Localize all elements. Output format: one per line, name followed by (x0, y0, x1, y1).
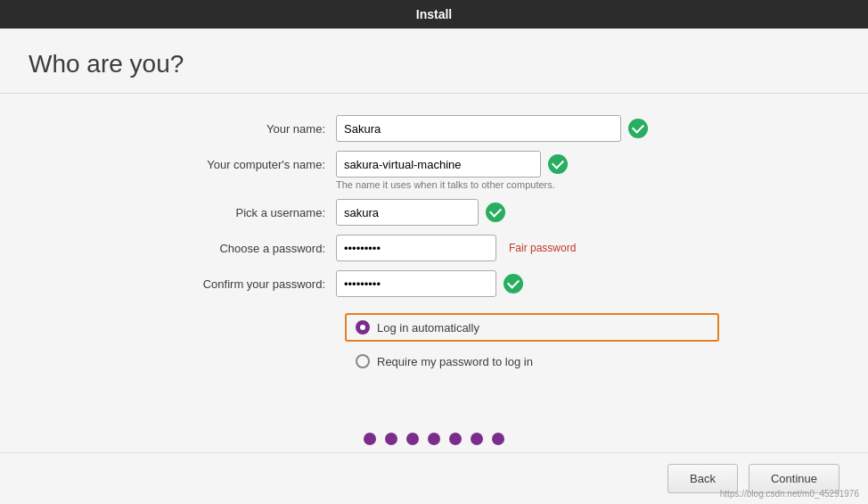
your-name-row: Your name: (140, 115, 728, 142)
your-name-input[interactable] (336, 115, 621, 142)
form-area: Your name: Your computer's name: The nam… (0, 94, 868, 418)
password-strength: Fair password (509, 242, 576, 254)
confirm-password-row: Confirm your password: (140, 270, 728, 297)
confirm-password-input[interactable] (336, 270, 496, 297)
watermark: https://blog.csdn.net/m0_45291976 (720, 489, 859, 499)
computer-name-top: Your computer's name: (140, 151, 728, 178)
confirm-password-input-wrap (336, 270, 523, 297)
password-row: Choose a password: Fair password (140, 235, 728, 261)
computer-name-input-wrap (336, 151, 568, 178)
login-auto-radio[interactable] (356, 320, 370, 335)
progress-dot-2 (385, 433, 397, 445)
computer-name-row: Your computer's name: The name it uses w… (140, 151, 728, 190)
password-input[interactable] (336, 235, 496, 261)
login-password-radio[interactable] (356, 354, 370, 368)
confirm-password-check-icon (504, 274, 523, 293)
computer-name-check-icon (548, 154, 568, 174)
main-content: Who are you? Your name: Your computer's … (0, 29, 868, 504)
login-options-group: Log in automatically Require my password… (345, 313, 719, 376)
username-input-wrap (336, 199, 505, 226)
login-password-option[interactable]: Require my password to log in (345, 347, 719, 376)
progress-dots (0, 418, 868, 452)
username-row: Pick a username: (140, 199, 728, 226)
window-title: Install (416, 7, 452, 21)
computer-name-input[interactable] (336, 151, 541, 178)
your-name-label: Your name: (140, 122, 336, 136)
login-auto-label: Log in automatically (377, 321, 479, 335)
username-label: Pick a username: (140, 206, 336, 219)
title-bar: Install (0, 0, 868, 29)
computer-name-hint: The name it uses when it talks to other … (336, 179, 868, 190)
page-title: Who are you? (0, 29, 868, 94)
login-password-label: Require my password to log in (377, 355, 533, 368)
progress-dot-4 (428, 433, 440, 445)
progress-dot-5 (449, 433, 462, 445)
username-input[interactable] (336, 199, 479, 226)
your-name-check-icon (628, 119, 648, 138)
progress-dot-3 (406, 433, 419, 445)
password-label: Choose a password: (140, 242, 336, 255)
login-auto-option[interactable]: Log in automatically (345, 313, 719, 342)
username-check-icon (486, 202, 505, 222)
progress-dot-6 (471, 433, 483, 445)
progress-dot-7 (492, 433, 504, 445)
computer-name-label: Your computer's name: (140, 158, 336, 171)
progress-dot-1 (364, 433, 376, 445)
your-name-input-wrap (336, 115, 648, 142)
password-input-wrap: Fair password (336, 235, 576, 261)
confirm-password-label: Confirm your password: (140, 277, 336, 291)
